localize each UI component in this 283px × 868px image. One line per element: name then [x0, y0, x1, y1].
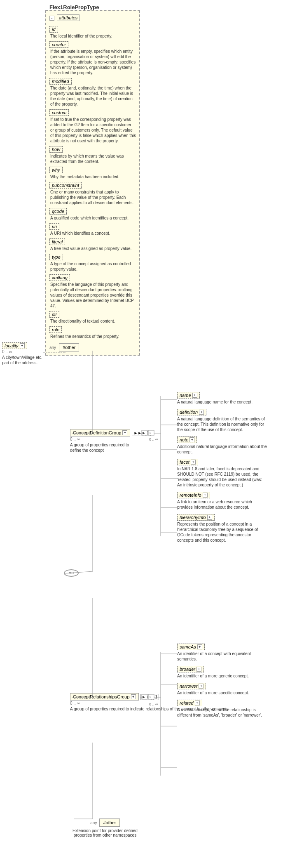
- attr-how: how Indicates by which means the value w…: [49, 146, 136, 164]
- def-definition-expand[interactable]: +: [199, 410, 204, 415]
- attr-uri: uri A URI which identifies a concept.: [49, 223, 136, 236]
- attr-role: role Refines the semantics of the proper…: [49, 326, 136, 339]
- attr-dir-name[interactable]: dir: [49, 311, 59, 318]
- attr-role-name[interactable]: role: [49, 326, 62, 333]
- def-item-facet-box[interactable]: facet +: [177, 459, 198, 465]
- oval-connector[interactable]: ••••: [64, 569, 79, 577]
- attributes-label[interactable]: attributes: [57, 14, 80, 21]
- concept-def-expand-icon[interactable]: +: [122, 430, 127, 435]
- attr-id-desc: The local identifier of the property.: [50, 33, 136, 39]
- attributes-header: - attributes: [49, 14, 136, 24]
- attr-creator-desc: If the attribute is empty, specifies whi…: [50, 49, 136, 75]
- collapse-icon[interactable]: -: [49, 16, 54, 21]
- right-item-remoteinfo: remoteInfo + A link to an item or a web …: [177, 492, 268, 510]
- choice-connector-def: 1: [145, 430, 151, 436]
- attr-pubconstraint-name[interactable]: pubconstraint: [49, 182, 82, 189]
- any-other-container: any #other: [49, 342, 136, 351]
- attr-id-name[interactable]: id: [49, 26, 58, 33]
- locality-cardinality: 0 .. ∞: [2, 349, 43, 354]
- rel-item-broader-box[interactable]: broader +: [177, 666, 204, 672]
- right-item-note: note + Additional natural language infor…: [177, 436, 268, 455]
- attr-literal-name[interactable]: literal: [49, 238, 65, 245]
- def-name-expand[interactable]: +: [192, 393, 197, 398]
- attr-why-name[interactable]: why: [49, 167, 63, 173]
- def-item-hierarchyinfo-desc: Represents the position of a concept in …: [177, 521, 268, 543]
- attr-creator-name[interactable]: creator: [49, 41, 68, 48]
- right-def-items: name + A natural language name for the c…: [177, 392, 268, 547]
- any-other-box[interactable]: #other: [59, 343, 79, 351]
- main-dashed-box: - attributes id The local identifier of …: [45, 10, 140, 356]
- rel-item-sameas-box[interactable]: sameAs +: [177, 644, 205, 650]
- attr-dir-desc: The directionality of textual content.: [50, 318, 136, 324]
- rel-sameas-expand[interactable]: +: [197, 644, 202, 649]
- def-item-definition-desc: A natural language definition of the sem…: [177, 416, 268, 432]
- attr-type-desc: A type of the concept assigned as contro…: [50, 261, 136, 272]
- attr-creator: creator If the attribute is empty, speci…: [49, 41, 136, 75]
- ellipsis-connector: ••••: [64, 569, 79, 577]
- page-title: Flex1RolePropType: [49, 4, 279, 10]
- rel-item-related-desc: A related concept, where the relationshi…: [177, 707, 268, 718]
- right-item-hierarchyinfo: hierarchyInfo + Represents the position …: [177, 514, 268, 543]
- rel-item-narrower-box[interactable]: narrower +: [177, 683, 206, 689]
- bottom-any-other-desc: Extension point for provider-defined pro…: [72, 828, 138, 837]
- page-container: Flex1RolePropType - attributes id The lo…: [0, 0, 283, 868]
- attr-pubconstraint: pubconstraint One or many constraints th…: [49, 182, 136, 205]
- attr-pubconstraint-desc: One or many constraints that apply to pu…: [50, 189, 136, 205]
- seq-connector-def[interactable]: ►►: [132, 430, 143, 436]
- attr-how-name[interactable]: how: [49, 146, 63, 153]
- right-rel-items: sameAs + An identifier of a concept with…: [177, 644, 268, 722]
- concept-rel-expand-icon[interactable]: +: [131, 694, 136, 699]
- def-item-name-box[interactable]: name +: [177, 392, 200, 399]
- seq-connector-rel[interactable]: ►►: [140, 694, 152, 700]
- def-hierarchyinfo-expand[interactable]: +: [207, 515, 212, 520]
- def-item-remoteinfo-desc: A link to an item or a web resource whic…: [177, 499, 268, 510]
- attr-modified-name[interactable]: modified: [49, 78, 72, 85]
- concept-def-group: ConceptDefinitionGroup + ►► 1 0 .. ∞ A g…: [70, 429, 136, 453]
- concept-def-group-name[interactable]: ConceptDefinitionGroup +: [70, 429, 130, 436]
- attr-literal-desc: A free-text value assigned as property v…: [50, 246, 136, 251]
- right-item-broader: broader + An identifier of a more generi…: [177, 666, 268, 679]
- attr-custom-desc: If set to true the corresponding propert…: [50, 117, 136, 144]
- concept-def-desc: A group of properties required to define…: [70, 442, 136, 453]
- def-item-hierarchyinfo-box[interactable]: hierarchyInfo +: [177, 514, 215, 521]
- rel-item-broader-desc: An identifier of a more generic concept.: [177, 673, 268, 679]
- attr-xmllang-desc: Specifies the language of this property …: [50, 282, 136, 309]
- attr-custom-name[interactable]: custom: [49, 109, 69, 116]
- attr-why-desc: Why the metadata has been included.: [50, 174, 136, 179]
- def-item-remoteinfo-box[interactable]: remoteInfo +: [177, 492, 210, 498]
- attr-type-name[interactable]: type: [49, 254, 63, 260]
- bottom-any-other-box[interactable]: #other: [99, 818, 119, 827]
- attr-custom: custom If set to true the corresponding …: [49, 109, 136, 144]
- def-item-note-box[interactable]: note +: [177, 436, 197, 443]
- attr-literal: literal A free-text value assigned as pr…: [49, 238, 136, 251]
- locality-expand-icon[interactable]: +: [20, 343, 25, 348]
- attr-qcode-name[interactable]: qcode: [49, 208, 67, 215]
- attr-uri-name[interactable]: uri: [49, 223, 59, 230]
- attr-qcode: qcode A qualified code which identifies …: [49, 208, 136, 221]
- def-note-expand[interactable]: +: [189, 437, 194, 442]
- def-item-definition-box[interactable]: definition +: [177, 409, 206, 415]
- rel-item-related-box[interactable]: related +: [177, 700, 202, 706]
- right-item-narrower: narrower + An identifier of a more speci…: [177, 683, 268, 696]
- locality-name[interactable]: locality +: [2, 342, 27, 349]
- attr-how-desc: Indicates by which means the value was e…: [50, 153, 136, 164]
- rel-related-expand[interactable]: +: [195, 701, 200, 705]
- rel-broader-expand[interactable]: +: [196, 667, 201, 672]
- rel-item-sameas-desc: An identifier of a concept with equivale…: [177, 651, 268, 662]
- def-item-note-desc: Additional natural language information …: [177, 444, 268, 455]
- attr-role-desc: Refines the semantics of the property.: [50, 334, 136, 339]
- def-item-name-desc: A natural language name for the concept.: [177, 399, 268, 405]
- attr-why: why Why the metadata has been included.: [49, 167, 136, 179]
- rel-item-narrower-desc: An identifier of a more specific concept…: [177, 690, 268, 696]
- attr-qcode-desc: A qualified code which identifies a conc…: [50, 215, 136, 221]
- attr-xmllang-name[interactable]: xmllang: [49, 274, 70, 281]
- def-facet-expand[interactable]: +: [191, 460, 196, 465]
- right-item-sameas: sameAs + An identifier of a concept with…: [177, 644, 268, 662]
- attr-dir: dir The directionality of textual conten…: [49, 311, 136, 324]
- concept-rel-group-name[interactable]: ConceptRelationshipsGroup +: [70, 693, 139, 701]
- attr-type: type A type of the concept assigned as c…: [49, 254, 136, 272]
- rel-narrower-expand[interactable]: +: [199, 684, 203, 689]
- concept-def-cardinality: 0 .. ∞: [70, 437, 136, 441]
- def-remoteinfo-expand[interactable]: +: [203, 493, 208, 498]
- attr-xmllang: xmllang Specifies the language of this p…: [49, 274, 136, 309]
